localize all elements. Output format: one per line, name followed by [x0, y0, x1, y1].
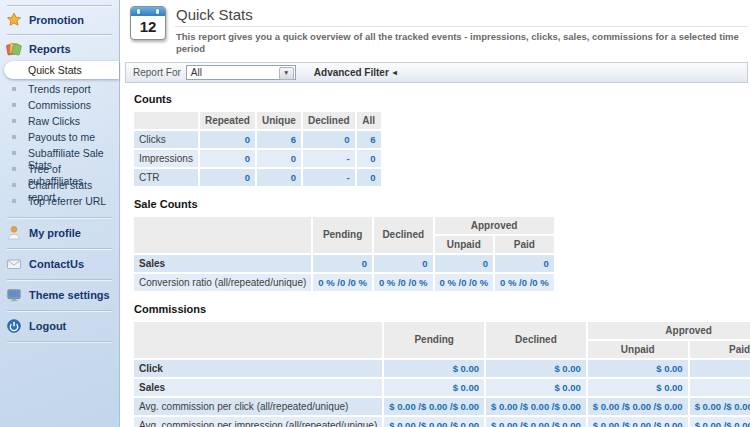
row-label-cell: CTR — [134, 169, 198, 186]
column-header: Declined — [303, 112, 355, 129]
sidebar-subitem-quick-stats[interactable]: Quick Stats — [4, 61, 119, 79]
theme-icon — [5, 287, 22, 303]
value-cell: - — [303, 169, 355, 186]
sidebar-item-label: ContactUs — [29, 258, 84, 270]
reports-icon — [5, 41, 22, 57]
sidebar-subitem-raw-clicks[interactable]: Raw Clicks — [0, 113, 119, 129]
commissions-table-slot: PendingDeclinedApprovedUnpaidPaidClick$ … — [121, 320, 750, 427]
sidebar-item-my-profile[interactable]: My profile — [0, 221, 119, 245]
table-row: Sales0000 — [134, 255, 554, 272]
row-label-cell: Click — [134, 360, 382, 377]
calendar-icon-top — [131, 7, 165, 16]
value-cell: $ 0.00 — [486, 360, 586, 377]
column-header: Repeated — [200, 112, 255, 129]
column-subheader: Unpaid — [435, 236, 494, 253]
page-title: Quick Stats — [175, 6, 748, 27]
column-header: Pending — [384, 322, 484, 358]
value-cell: $ 0.00 /$ 0.00 /$ 0.00 — [588, 398, 688, 415]
column-header: Declined — [486, 322, 586, 358]
value-cell: $ 0.00 /$ 0.00 /$ 0.00 — [384, 417, 484, 427]
value-cell: 0 — [257, 169, 301, 186]
column-group-header: Approved — [435, 217, 554, 234]
sidebar-divider — [7, 341, 112, 342]
bullet-icon — [12, 199, 16, 203]
row-label-cell: Avg. commission per click (all/repeated/… — [134, 398, 382, 415]
value-cell: - — [303, 150, 355, 167]
table-row: Avg. commission per click (all/repeated/… — [134, 398, 750, 415]
sidebar-item-label: Promotion — [29, 14, 84, 26]
column-group-header: Approved — [588, 322, 750, 339]
bullet-icon — [12, 103, 16, 107]
row-label-cell: Sales — [134, 379, 382, 396]
counts-table: RepeatedUniqueDeclinedAllClicks0606Impre… — [132, 110, 383, 188]
sidebar-subitem-tree-of-subaffiliates[interactable]: Tree of subaffiliates — [0, 161, 119, 177]
bullet-icon — [12, 151, 16, 155]
value-cell: 0 % /0 /0 % — [435, 274, 494, 291]
value-cell: 0 — [257, 150, 301, 167]
column-header: Unique — [257, 112, 301, 129]
value-cell: 0 — [313, 255, 372, 272]
value-cell: $ 0.00 /$ 0.00 /$ 0.00 — [486, 398, 586, 415]
sidebar-bottom-group: My profileContactUsTheme settingsLogout — [0, 221, 119, 342]
bullet-icon — [12, 167, 16, 171]
sidebar-divider — [7, 310, 112, 311]
table-row: Click$ 0.00$ 0.00$ 0.00$ 0.00 — [134, 360, 750, 377]
sidebar-subitem-payouts-to-me[interactable]: Payouts to me — [0, 129, 119, 145]
value-cell: $ 0.00 — [690, 360, 750, 377]
table-corner-cell — [134, 322, 382, 358]
value-cell: $ 0.00 /$ 0.00 /$ 0.00 — [486, 417, 586, 427]
sidebar-item-label: Logout — [29, 320, 66, 332]
sidebar-subitem-channel-stats-report[interactable]: Channel stats report — [0, 177, 119, 193]
sidebar-divider — [7, 279, 112, 280]
value-cell: $ 0.00 — [690, 379, 750, 396]
sidebar-subitem-commissions[interactable]: Commissions — [0, 97, 119, 113]
filter-bar: Report For All ▼ Advanced Filter ◂ — [125, 62, 748, 83]
collapse-arrow-icon: ◂ — [393, 68, 397, 77]
table-row: Impressions00-0 — [134, 150, 381, 167]
sidebar-subitem-top-referrer-url[interactable]: Top referrer URL — [0, 193, 119, 209]
calendar-icon-day: 12 — [131, 16, 165, 37]
value-cell: 0 — [374, 255, 433, 272]
sidebar-item-logout[interactable]: Logout — [0, 314, 119, 338]
bullet-icon — [12, 87, 16, 91]
page-header: 12 Quick Stats This report gives you a q… — [121, 0, 750, 55]
value-cell: 0 % /0 /0 % — [495, 274, 554, 291]
sidebar-subitem-trends-report[interactable]: Trends report — [0, 81, 119, 97]
value-cell: 0 % /0 /0 % — [313, 274, 372, 291]
value-cell: $ 0.00 — [384, 360, 484, 377]
sidebar-item-contactus[interactable]: ContactUs — [0, 252, 119, 276]
column-subheader: Unpaid — [588, 341, 688, 358]
value-cell: 0 — [357, 169, 381, 186]
report-for-label: Report For — [133, 67, 181, 78]
sidebar-item-reports[interactable]: Reports — [0, 38, 119, 60]
report-for-select[interactable]: All ▼ — [186, 65, 296, 80]
page-subtitle: This report gives you a quick overview o… — [175, 27, 748, 55]
table-row: Avg. commission per impression (all/repe… — [134, 417, 750, 427]
column-header: Declined — [374, 217, 433, 253]
value-cell: 6 — [257, 131, 301, 148]
value-cell: $ 0.00 /$ 0.00 /$ 0.00 — [690, 417, 750, 427]
value-cell: 6 — [357, 131, 381, 148]
sidebar-item-promotion[interactable]: Promotion — [0, 9, 119, 31]
value-cell: $ 0.00 /$ 0.00 /$ 0.00 — [384, 398, 484, 415]
value-cell: 0 — [200, 150, 255, 167]
page-header-text: Quick Stats This report gives you a quic… — [175, 6, 750, 55]
sidebar-item-theme-settings[interactable]: Theme settings — [0, 283, 119, 307]
sidebar-item-label: Reports — [29, 43, 71, 55]
advanced-filter-toggle[interactable]: Advanced Filter ◂ — [314, 67, 397, 78]
reports-submenu: Quick StatsTrends reportCommissionsRaw C… — [0, 61, 119, 209]
advanced-filter-label: Advanced Filter — [314, 67, 389, 78]
table-row: Conversion ratio (all/repeated/unique)0 … — [134, 274, 554, 291]
sidebar-subitem-label: Quick Stats — [28, 64, 82, 76]
table-corner-cell — [134, 217, 311, 253]
dropdown-arrow-icon[interactable]: ▼ — [279, 67, 294, 80]
bullet-icon — [12, 183, 16, 187]
value-cell: 0 — [357, 150, 381, 167]
bullet-icon — [12, 135, 16, 139]
value-cell: 0 — [435, 255, 494, 272]
profile-icon — [5, 225, 22, 241]
sidebar-subitem-subaffiliate-sale-stats[interactable]: Subaffiliate Sale Stats — [0, 145, 119, 161]
table-row: CTR00-0 — [134, 169, 381, 186]
sidebar-divider — [7, 5, 112, 6]
value-cell: 0 — [200, 169, 255, 186]
